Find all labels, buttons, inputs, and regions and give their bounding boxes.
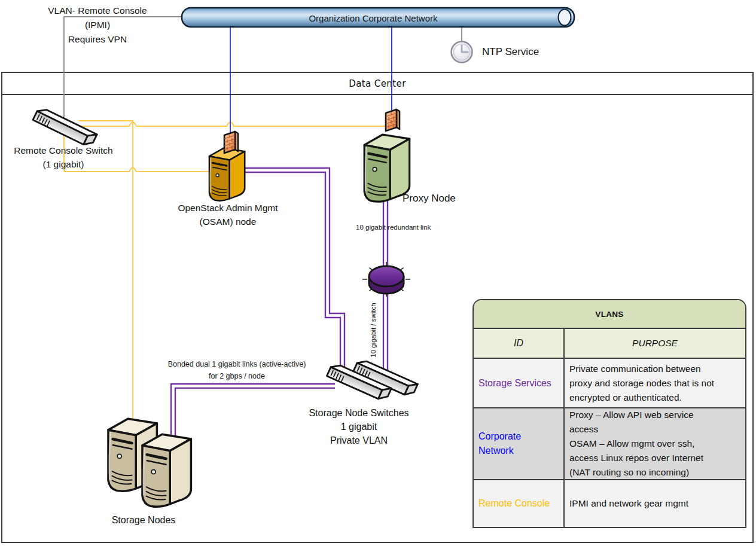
vlans-col-purpose-header: PURPOSE — [565, 329, 745, 358]
remote-console-switch-icon — [33, 106, 97, 148]
redundant-link-label: 10 gigabit redundant link — [356, 221, 431, 234]
table-row: Corporate Network Proxy – Allow API web … — [474, 408, 745, 480]
osam-server-icon — [209, 148, 245, 201]
vlans-table-title: VLANS — [474, 300, 745, 329]
osam-label: OpenStack Admin Mgmt (OSAM) node — [157, 201, 299, 228]
vlans-table-header-row: ID PURPOSE — [474, 329, 745, 359]
ntp-clock-icon — [452, 42, 472, 63]
storage-nodes-label: Storage Nodes — [90, 513, 197, 527]
proxy-firewall-icon — [386, 109, 400, 131]
corporate-network-lines — [230, 27, 392, 139]
vlan-purpose-corporate-network: Proxy – Allow API web service access OSA… — [565, 408, 745, 479]
storage-hub-icon — [362, 262, 410, 297]
table-row: Storage Services Private communication b… — [474, 359, 745, 408]
storage-server-icon-front — [142, 434, 191, 507]
vlan-purpose-remote-console: IPMI and network gear mgmt — [565, 480, 745, 527]
vlan-purpose-storage-services: Private communication between proxy and … — [565, 359, 745, 407]
table-row: Remote Console IPMI and network gear mgm… — [474, 480, 745, 527]
bonded-links-label: Bonded dual 1 gigabit links (active-acti… — [157, 358, 316, 382]
vlans-col-id-header: ID — [474, 329, 565, 358]
vlans-table: VLANS ID PURPOSE Storage Services Privat… — [472, 299, 746, 528]
proxy-node-label: Proxy Node — [403, 191, 456, 205]
remote-console-switch-label: Remote Console Switch (1 gigabit) — [0, 144, 127, 171]
vlan-id-corporate-network: Corporate Network — [474, 408, 565, 479]
ntp-service-label: NTP Service — [482, 45, 539, 59]
pipe-label: Organization Corporate Network — [182, 11, 565, 25]
osam-firewall-icon — [224, 132, 238, 153]
vpn-note-label: VLAN- Remote Console (IPMI) Requires VPN — [21, 4, 174, 47]
vlan-id-storage-services: Storage Services — [474, 359, 565, 407]
osam-to-switches-line-a — [243, 168, 345, 370]
per-switch-link-label: 10 gigabit / switch — [367, 303, 380, 357]
vlan-id-remote-console: Remote Console — [474, 480, 565, 527]
switch-to-proxy-line — [79, 123, 389, 127]
storage-switches-label: Storage Node Switches 1 gigabit Private … — [294, 406, 423, 447]
